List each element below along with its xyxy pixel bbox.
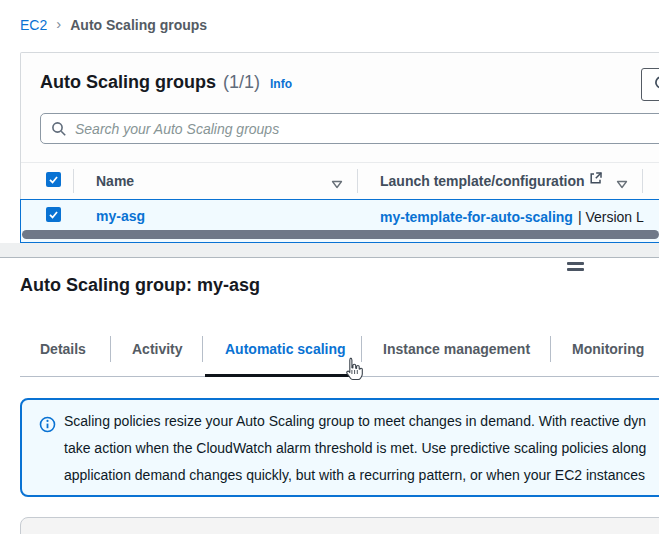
banner-line: take action when the CloudWatch alarm th… bbox=[64, 435, 646, 462]
row-checkbox[interactable] bbox=[46, 207, 61, 222]
select-all-checkbox[interactable] bbox=[46, 172, 61, 187]
tab-automatic-scaling[interactable]: Automatic scaling bbox=[225, 341, 346, 357]
tab-divider bbox=[361, 336, 362, 362]
banner-line: Scaling policies resize your Auto Scalin… bbox=[64, 408, 646, 435]
aws-console-page: EC2 › Auto Scaling groups Auto Scaling g… bbox=[0, 0, 659, 534]
tab-details[interactable]: Details bbox=[40, 341, 86, 357]
launch-template-cell: my-template-for-auto-scaling| Version L bbox=[380, 208, 644, 226]
breadcrumb: EC2 › Auto Scaling groups bbox=[20, 16, 207, 33]
search-icon bbox=[51, 121, 67, 141]
tab-divider bbox=[202, 336, 203, 362]
column-divider bbox=[357, 169, 358, 193]
horizontal-scrollbar[interactable] bbox=[22, 230, 659, 239]
policies-section-header bbox=[20, 517, 659, 534]
page-title: Auto Scaling groups bbox=[40, 72, 216, 93]
column-header-name[interactable]: Name bbox=[96, 173, 134, 189]
active-tab-underline bbox=[205, 374, 362, 377]
tab-instance-management[interactable]: Instance management bbox=[383, 341, 530, 357]
external-link-icon bbox=[589, 171, 603, 189]
info-icon bbox=[39, 416, 56, 437]
sort-icon[interactable] bbox=[616, 175, 628, 193]
sort-icon[interactable] bbox=[331, 175, 343, 193]
card-header: Auto Scaling groups (1/1) Info bbox=[40, 72, 292, 93]
search-input[interactable] bbox=[40, 113, 659, 144]
info-banner-text: Scaling policies resize your Auto Scalin… bbox=[64, 408, 646, 489]
column-header-launch-template[interactable]: Launch template/configuration bbox=[380, 173, 585, 189]
tab-divider bbox=[550, 336, 551, 362]
banner-line: application demand changes quickly, but … bbox=[64, 462, 646, 489]
launch-template-link[interactable]: my-template-for-auto-scaling bbox=[380, 209, 573, 225]
breadcrumb-link-ec2[interactable]: EC2 bbox=[20, 17, 47, 33]
info-link[interactable]: Info bbox=[270, 77, 292, 91]
split-panel-title: Auto Scaling group: my-asg bbox=[20, 275, 260, 296]
resource-count: (1/1) bbox=[223, 72, 260, 93]
tab-activity[interactable]: Activity bbox=[132, 341, 183, 357]
refresh-icon bbox=[653, 74, 659, 95]
drag-handle-icon[interactable] bbox=[567, 262, 584, 274]
column-divider bbox=[73, 169, 74, 193]
refresh-button[interactable] bbox=[641, 68, 659, 101]
breadcrumb-chevron-icon: › bbox=[56, 15, 61, 32]
table-header-divider bbox=[21, 162, 659, 163]
tab-divider bbox=[110, 336, 111, 362]
tab-monitoring[interactable]: Monitoring bbox=[572, 341, 644, 357]
column-divider bbox=[642, 169, 643, 193]
asg-name-link[interactable]: my-asg bbox=[96, 208, 145, 224]
breadcrumb-current: Auto Scaling groups bbox=[70, 17, 207, 33]
launch-template-version: | Version L bbox=[578, 209, 644, 225]
panel-gap bbox=[0, 243, 659, 257]
